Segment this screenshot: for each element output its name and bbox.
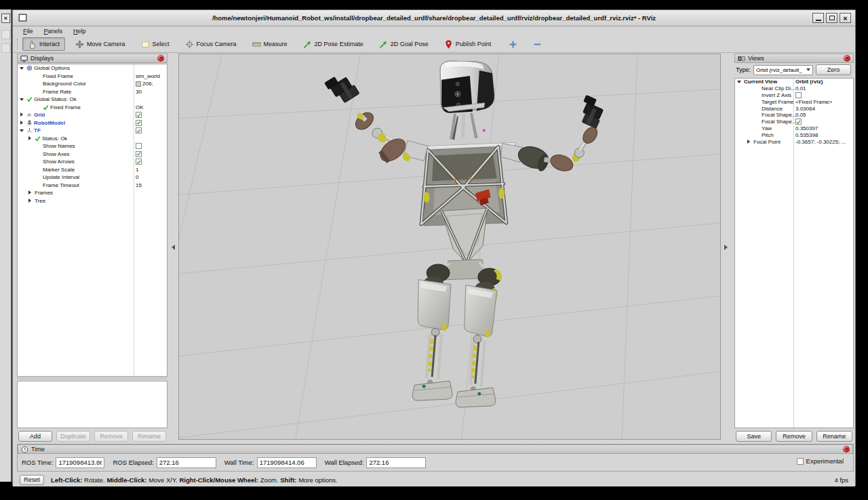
tree-row[interactable]: Update Interval0 — [18, 173, 167, 182]
checkbox[interactable] — [136, 127, 142, 133]
row-value: 0.535398 — [795, 131, 852, 138]
row-value — [795, 92, 852, 99]
expand-arrow-icon — [19, 120, 25, 126]
displays-buttons: AddDuplicateRemoveRename — [18, 431, 166, 442]
minimize-button[interactable] — [812, 13, 824, 23]
displays-description-area — [17, 381, 167, 428]
3d-scene — [179, 54, 720, 439]
views-tree: Current ViewOrbit (rviz)Near Clip Di...0… — [734, 78, 854, 428]
tree-row[interactable]: Fixed FrameOK — [18, 104, 167, 112]
tool-focus-camera[interactable]: Focus Camera — [180, 37, 242, 51]
tree-row[interactable]: Marker Scale1 — [18, 166, 167, 174]
time-close-icon[interactable]: × — [843, 446, 850, 453]
tree-row[interactable]: Current ViewOrbit (rviz) — [735, 79, 853, 85]
tree-row[interactable]: TF — [18, 127, 167, 135]
row-label: Fixed Frame — [43, 73, 73, 79]
checkbox[interactable] — [136, 159, 142, 165]
panel-splitter[interactable] — [17, 377, 167, 379]
view-type-dropdown[interactable]: Orbit (rviz_default_ — [753, 65, 813, 75]
pin-icon — [444, 40, 453, 49]
tree-row[interactable]: RobotModel — [18, 119, 167, 127]
time-field-input[interactable] — [257, 457, 317, 468]
tree-row[interactable]: Background Color206; — [18, 80, 167, 88]
maximize-button[interactable] — [826, 13, 837, 23]
tree-row[interactable]: Near Clip Di...0.01 — [735, 85, 853, 92]
tool-2d-goal-pose[interactable]: 2D Goal Pose — [374, 37, 434, 51]
expand-arrow-icon — [19, 112, 25, 118]
checkbox[interactable] — [795, 92, 802, 98]
close-button[interactable]: × — [840, 13, 851, 23]
tree-row[interactable]: Target Frame<Fixed Frame> — [735, 98, 853, 105]
tree-row[interactable]: Invert Z Axis — [735, 92, 853, 99]
checkbox[interactable] — [795, 119, 802, 125]
tree-row[interactable]: Frame Rate30 — [18, 88, 167, 96]
add-tool-button[interactable] — [505, 37, 521, 51]
menu-file[interactable]: File — [18, 28, 38, 35]
checkbox[interactable] — [136, 151, 142, 157]
checkbox[interactable] — [136, 143, 142, 149]
tree-row[interactable]: Pitch0.535398 — [735, 131, 853, 138]
row-value: 3.03064 — [795, 105, 852, 112]
tree-row[interactable]: Global Status: Ok — [18, 96, 167, 104]
tool-publish-point[interactable]: Publish Point — [439, 37, 497, 51]
views-panel-header[interactable]: Views × — [734, 54, 854, 63]
save-button[interactable]: Save — [736, 431, 772, 442]
titlebar[interactable]: /home/newtonjeri/Humanoid_Robot_ws/insta… — [13, 10, 855, 26]
row-label: Target Frame — [762, 99, 794, 105]
menubar: FilePanelsHelp — [13, 26, 855, 36]
tree-row[interactable]: Fixed Framesim_world — [18, 72, 167, 81]
checkbox[interactable] — [136, 112, 142, 118]
menu-help[interactable]: Help — [68, 28, 91, 35]
view-type-row: Type: Orbit (rviz_default_ Zero — [736, 64, 852, 75]
tool-interact[interactable]: Interact — [22, 37, 65, 51]
3d-viewport[interactable] — [178, 54, 721, 440]
check-icon — [136, 112, 141, 118]
checkbox[interactable] — [136, 120, 142, 126]
time-field-input[interactable] — [157, 457, 216, 468]
views-icon — [738, 55, 745, 62]
menu-panels[interactable]: Panels — [39, 28, 68, 35]
views-panel-title: Views — [748, 55, 764, 62]
tool-move-camera[interactable]: Move Camera — [70, 37, 131, 51]
tree-row[interactable]: Show Arrows — [18, 158, 167, 166]
tree-row[interactable]: Frames — [18, 189, 167, 197]
robot-model[interactable] — [324, 61, 608, 407]
row-value — [136, 64, 165, 72]
remove-button[interactable]: Remove — [776, 431, 812, 442]
tree-row[interactable]: Focal Shape... — [735, 119, 853, 125]
time-panel-header[interactable]: Time × — [18, 444, 853, 454]
reset-button[interactable]: Reset — [20, 475, 44, 485]
background-close-button[interactable]: × — [1, 14, 10, 23]
tree-row[interactable]: Show Axes — [18, 150, 167, 159]
tree-row[interactable]: Global Options — [18, 64, 167, 72]
collapse-right-arrow-icon[interactable] — [724, 245, 728, 250]
tree-row[interactable]: Focal Point-0.3657; -0.30225; ... — [735, 138, 853, 145]
add-button[interactable]: Add — [18, 431, 52, 442]
tree-row[interactable]: Tree — [18, 197, 167, 205]
experimental-checkbox[interactable] — [797, 458, 804, 465]
views-close-icon[interactable]: × — [844, 55, 850, 62]
rename-button[interactable]: Rename — [816, 431, 852, 442]
time-field-input[interactable] — [366, 457, 426, 468]
tool-2d-pose-estimate[interactable]: 2D Pose Estimate — [298, 37, 369, 51]
tool-select[interactable]: Select — [136, 37, 175, 51]
displays-close-icon[interactable]: × — [157, 55, 164, 62]
zero-button[interactable]: Zero — [816, 64, 851, 75]
collapse-left-arrow-icon[interactable] — [172, 245, 175, 250]
tree-row[interactable]: Status: Ok — [18, 135, 167, 143]
tree-row[interactable]: Show Names — [18, 142, 167, 150]
tree-row[interactable]: Yaw0.350397 — [735, 125, 853, 132]
remove-tool-button[interactable] — [530, 37, 545, 51]
toolbar: InteractMove CameraSelectFocus CameraMea… — [13, 36, 855, 53]
tree-row[interactable]: Grid — [18, 111, 167, 119]
row-value — [136, 197, 165, 205]
row-label: Status: Ok — [42, 136, 67, 142]
displays-panel-header[interactable]: Displays × — [17, 54, 167, 63]
time-field-input[interactable] — [56, 457, 104, 468]
tool-measure[interactable]: Measure — [247, 37, 293, 51]
tree-row[interactable]: Frame Timeout15 — [18, 182, 167, 190]
tree-row[interactable]: Focal Shape...0.05 — [735, 112, 853, 119]
row-value — [136, 150, 165, 159]
displays-icon — [20, 55, 28, 62]
tree-row[interactable]: Distance3.03064 — [735, 105, 853, 112]
